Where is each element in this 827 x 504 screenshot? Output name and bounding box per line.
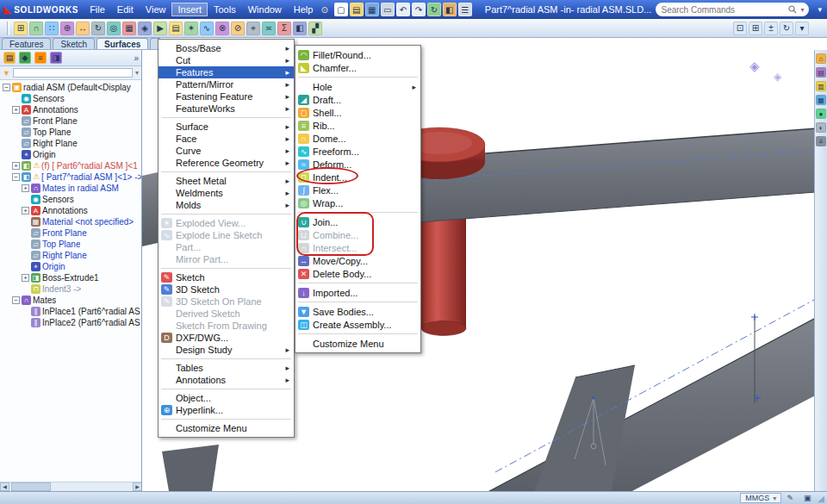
scroll-thumb[interactable] — [11, 482, 51, 491]
insert-menu-item-dxf-dwg[interactable]: DDXF/DWG... — [159, 332, 294, 344]
new-icon[interactable]: ▢ — [334, 3, 348, 16]
simulation-icon[interactable]: ▞ — [308, 22, 322, 35]
show-hidden-components-icon[interactable]: ◎ — [107, 22, 121, 35]
undo-icon[interactable]: ↶ — [396, 3, 410, 16]
tree-item-front-plane[interactable]: ▱Front Plane — [0, 227, 141, 239]
tree-item-origin[interactable]: ⌖Origin — [0, 261, 141, 272]
tree-item-origin[interactable]: ⌖Origin — [0, 149, 141, 160]
toolbar-grip[interactable] — [7, 22, 9, 35]
tab-surfaces[interactable]: Surfaces — [96, 38, 148, 49]
appearance-icon[interactable]: ◧ — [293, 22, 307, 35]
menubar-item-window[interactable]: Window — [242, 3, 288, 16]
tree-item-annotations[interactable]: +AAnnotations — [0, 205, 141, 216]
insert-menu-item-design-study[interactable]: Design Study▸ — [159, 344, 294, 356]
features-submenu-item-save-bodies[interactable]: ▼Save Bodies... — [295, 305, 420, 318]
expand-icon[interactable]: + — [22, 207, 29, 215]
insert-menu-item-sketch-from-drawing[interactable]: Sketch From Drawing — [159, 320, 294, 332]
titlebar-chevron-icon[interactable]: ▾ — [818, 5, 822, 14]
reference-geometry-icon[interactable]: ◈ — [138, 22, 152, 35]
menubar-item-file[interactable]: File — [84, 3, 111, 16]
menubar-item-help[interactable]: Help — [288, 3, 320, 16]
features-submenu-item-draft[interactable]: ◢Draft... — [295, 93, 420, 106]
search-box[interactable]: ▾ — [656, 3, 809, 16]
insert-menu-item-derived-sketch[interactable]: Derived Sketch — [159, 308, 294, 320]
features-submenu-item-customize-menu[interactable]: Customize Menu — [295, 337, 420, 350]
linear-component-pattern-icon[interactable]: ∷ — [45, 22, 59, 35]
features-submenu-item-hole[interactable]: Hole▸ — [295, 80, 420, 93]
move-component-icon[interactable]: ↔ — [76, 22, 90, 35]
zoom-fit-icon[interactable]: ⊡ — [733, 22, 747, 35]
features-submenu-item-flex[interactable]: ∫Flex... — [295, 184, 420, 196]
menubar-item-tools[interactable]: Tools — [208, 3, 242, 16]
panel-more-chevron-icon[interactable]: » — [134, 53, 139, 63]
tree-item-inplace2-part6-radial-as[interactable]: ∥InPlace2 (Part6^radial AS — [0, 317, 141, 328]
insert-menu-item-exploded-view[interactable]: ✶Exploded View... — [159, 217, 294, 229]
zoom-in-out-icon[interactable]: ± — [764, 22, 778, 35]
features-submenu-item-dome[interactable]: ∩Dome... — [295, 132, 420, 145]
solidworks-resources-icon[interactable]: ⌂ — [816, 53, 826, 64]
tree-item-radial-asm-default-display[interactable]: −▣radial ASM (Default<Display — [0, 82, 141, 93]
tree-item-top-plane[interactable]: ▱Top Plane — [0, 239, 141, 250]
options-icon[interactable]: ☰ — [458, 3, 472, 16]
interference-detection-icon[interactable]: ⊗ — [215, 22, 229, 35]
custom-properties-icon[interactable]: ≡ — [816, 136, 826, 146]
filter-chevron-icon[interactable]: ▾ — [135, 69, 139, 77]
features-submenu-item-fillet-round[interactable]: ◠Fillet/Round... — [295, 48, 420, 61]
panel-horizontal-scrollbar[interactable]: ◀ ▶ — [0, 482, 142, 491]
insert-menu-item-sketch[interactable]: ✎Sketch — [159, 271, 294, 283]
menubar-item-edit[interactable]: Edit — [111, 3, 140, 16]
expand-icon[interactable]: + — [22, 184, 29, 192]
open-icon[interactable]: ▤ — [350, 3, 364, 16]
tree-item-front-plane[interactable]: ▱Front Plane — [0, 115, 141, 127]
propertymanager-tab-icon[interactable]: ◆ — [19, 52, 31, 64]
rotate-view-icon[interactable]: ↻ — [780, 22, 793, 35]
insert-menu-item-hyperlink[interactable]: ⊕Hyperlink... — [159, 404, 294, 416]
insert-menu-item-cut[interactable]: Cut▸ — [159, 54, 294, 66]
insert-menu-item-reference-geometry[interactable]: Reference Geometry▸ — [159, 157, 294, 169]
tree-item-inplace1-part6-radial-as[interactable]: ∥InPlace1 (Part6^radial AS — [0, 306, 141, 317]
assembly-features-icon[interactable]: ▦ — [122, 22, 136, 35]
rebuild-icon[interactable]: ↻ — [427, 3, 441, 16]
design-library-icon[interactable]: ▤ — [816, 67, 826, 78]
expand-icon[interactable]: + — [12, 106, 20, 114]
tab-sketch[interactable]: Sketch — [53, 38, 95, 49]
tree-item-mates[interactable]: −∩Mates — [0, 295, 141, 306]
featuremanager-tab-icon[interactable]: ▤ — [3, 52, 16, 64]
features-submenu-item-delete-body[interactable]: ✕Delete Body... — [295, 267, 420, 280]
print-icon[interactable]: ▭ — [381, 3, 395, 16]
insert-menu-item-curve[interactable]: Curve▸ — [159, 145, 294, 157]
search-options-chevron-icon[interactable]: ▾ — [800, 6, 804, 14]
features-submenu-item-freeform[interactable]: ∿Freeform... — [295, 145, 420, 158]
measure-icon[interactable]: ≍ — [262, 22, 276, 35]
insert-menu-item-surface[interactable]: Surface▸ — [159, 121, 294, 133]
features-submenu-item-move-copy[interactable]: ↔Move/Copy... — [295, 254, 420, 267]
mass-properties-icon[interactable]: Σ — [277, 22, 291, 35]
quick-tips-icon[interactable]: ▣ — [802, 493, 812, 503]
collapse-icon[interactable]: − — [3, 84, 10, 91]
tree-item-right-plane[interactable]: ▱Right Plane — [0, 250, 141, 261]
features-submenu-item-shell[interactable]: ◻Shell... — [295, 106, 420, 119]
annotation-view-icon-2[interactable]: ◈ — [774, 71, 781, 83]
pin-icon[interactable]: ⊙ — [320, 5, 327, 15]
tree-item-boss-extrude1[interactable]: +◨Boss-Extrude1 — [0, 272, 141, 283]
insert-menu-item-pattern-mirror[interactable]: Pattern/Mirror▸ — [159, 78, 294, 90]
tree-item-f-part6-radial-asm-1[interactable]: +◧⚠(f) [ Part6^radial ASM ]<1 — [0, 160, 141, 171]
insert-menu-item-molds[interactable]: Molds▸ — [159, 199, 294, 211]
expand-icon[interactable]: + — [12, 162, 20, 170]
exploded-view-icon[interactable]: ✶ — [184, 22, 198, 35]
scene-icon[interactable]: ◐ — [816, 122, 826, 133]
search-input[interactable] — [661, 5, 785, 15]
features-submenu-item-imported[interactable]: ↓Imported... — [295, 286, 420, 299]
displaymanager-tab-icon[interactable]: ◨ — [50, 52, 62, 64]
insert-components-icon[interactable]: ⊞ — [14, 22, 28, 35]
appearances-icon[interactable]: ● — [816, 109, 826, 119]
hole-alignment-icon[interactable]: ⌖ — [246, 22, 260, 35]
zoom-area-icon[interactable]: ⊞ — [749, 22, 762, 35]
scroll-right-icon[interactable]: ▶ — [133, 482, 142, 491]
bill-of-materials-icon[interactable]: ▤ — [169, 22, 183, 35]
new-motion-study-icon[interactable]: ▶ — [153, 22, 167, 35]
insert-menu-item-featureworks[interactable]: FeatureWorks▸ — [159, 103, 294, 115]
filter-funnel-icon[interactable]: ▼ — [3, 69, 10, 78]
menubar-item-view[interactable]: View — [140, 3, 172, 16]
clearance-verification-icon[interactable]: ⊘ — [231, 22, 245, 35]
